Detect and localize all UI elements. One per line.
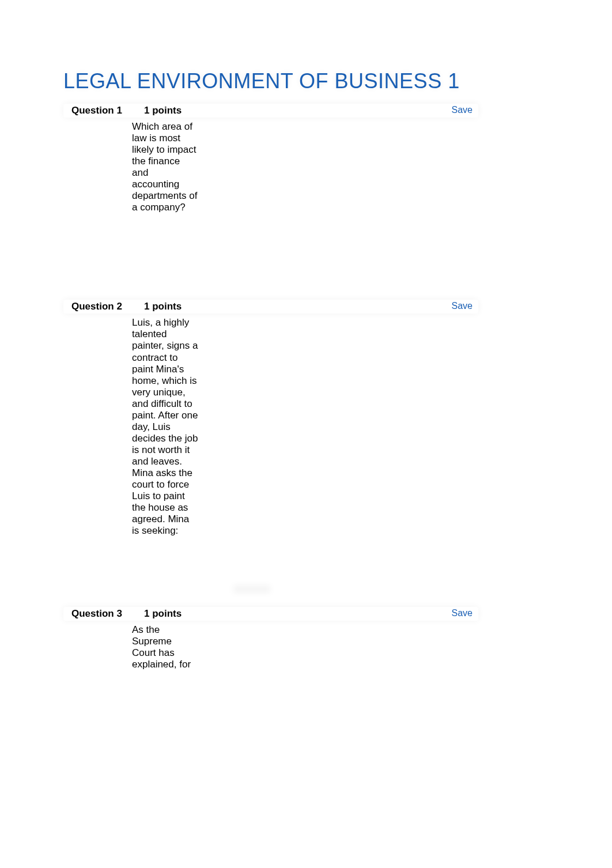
question-label: Question 1: [63, 105, 124, 116]
save-link[interactable]: Save: [452, 301, 478, 311]
points-column: 1 points: [124, 608, 452, 620]
blur-divider: [233, 585, 270, 593]
points-column: 1 points: [124, 301, 452, 312]
question-points: 1 points: [124, 608, 452, 620]
question-block-2: Question 2 1 points Save Luis, a highly …: [63, 300, 478, 537]
points-column: 1 points: [124, 105, 452, 116]
question-block-3: Question 3 1 points Save As the Supreme …: [63, 607, 478, 670]
save-link[interactable]: Save: [452, 105, 478, 115]
question-label: Question 2: [63, 301, 124, 312]
question-block-1: Question 1 1 points Save Which area of l…: [63, 104, 478, 213]
question-points: 1 points: [124, 301, 452, 312]
save-link[interactable]: Save: [452, 608, 478, 618]
quiz-container: LEGAL ENVIRONMENT OF BUSINESS 1 Question…: [63, 69, 478, 670]
question-body: Which area of law is most likely to impa…: [132, 121, 198, 213]
question-label: Question 3: [63, 608, 124, 620]
question-header: Question 1 1 points Save: [63, 104, 478, 118]
question-body: As the Supreme Court has explained, for: [132, 624, 198, 670]
question-points: 1 points: [124, 105, 452, 116]
question-header: Question 3 1 points Save: [63, 607, 478, 621]
question-body: Luis, a highly talented painter, signs a…: [132, 317, 198, 537]
page-title: LEGAL ENVIRONMENT OF BUSINESS 1: [63, 69, 478, 93]
question-header: Question 2 1 points Save: [63, 300, 478, 314]
